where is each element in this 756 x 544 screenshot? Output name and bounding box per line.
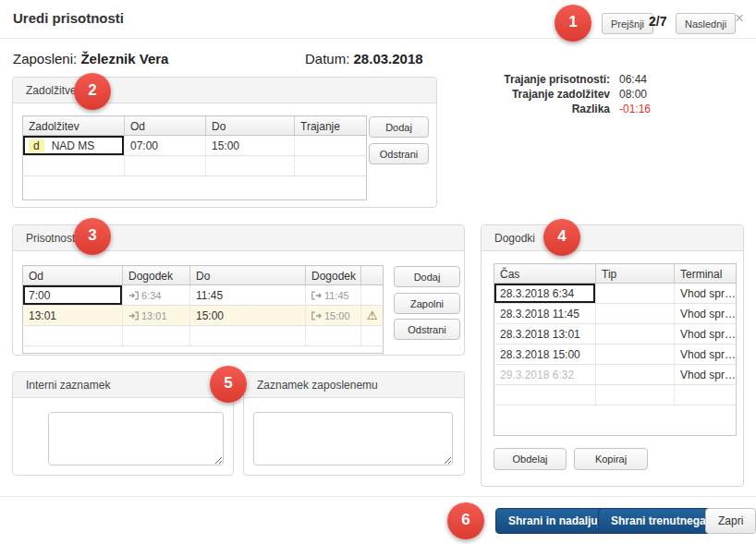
empty-cell[interactable]	[361, 326, 384, 346]
event-terminal-cell[interactable]: Vhod spr…	[675, 324, 737, 345]
col-tip: Tip	[596, 264, 675, 284]
table-row: 28.3.2018 15:00 Vhod spr…	[494, 345, 737, 365]
event-time-cell[interactable]: 28.3.2018 13:01	[494, 324, 596, 345]
presences-remove-button[interactable]: Odstrani	[394, 319, 460, 340]
record-counter: 2/7	[649, 14, 666, 29]
out-event-time: 11:45	[324, 290, 349, 301]
page-title: Uredi prisotnosti	[13, 10, 124, 26]
footer-divider	[0, 496, 756, 497]
col-do: Do	[190, 266, 306, 285]
table-row: 7:00 6:34 11:45 11:45	[23, 285, 384, 306]
assignment-duration-label: Trajanje zadolžitev	[481, 87, 610, 102]
presence-out-event-cell[interactable]: 15:00	[306, 306, 361, 326]
event-terminal-cell[interactable]: Vhod spr…	[675, 345, 737, 365]
assignments-remove-button[interactable]: Odstrani	[369, 143, 429, 164]
event-type-cell[interactable]	[596, 345, 675, 365]
col-od: Od	[23, 266, 123, 285]
flag-cell[interactable]	[361, 285, 384, 306]
table-spacer-row	[494, 405, 737, 436]
presence-in-event-cell[interactable]: 13:01	[123, 306, 190, 326]
previous-button[interactable]: Prejšnji	[602, 13, 653, 34]
event-terminal-cell[interactable]: Vhod spr…	[675, 365, 737, 385]
assignment-duration-cell[interactable]	[295, 136, 367, 156]
exit-icon	[311, 311, 322, 320]
assignments-header-row: Zadolžitev Od Do Trajanje	[23, 116, 367, 136]
event-terminal-cell[interactable]: Vhod spr…	[675, 304, 737, 324]
empty-cell[interactable]	[206, 156, 295, 176]
employee-note-title: Zaznamek zaposlenemu	[244, 372, 464, 398]
close-icon[interactable]: ×	[735, 10, 744, 26]
empty-cell[interactable]	[190, 326, 306, 346]
presence-from-cell[interactable]: 7:00	[23, 285, 123, 306]
close-button[interactable]: Zapri	[705, 508, 756, 534]
step-badge-5: 5	[210, 366, 247, 403]
events-process-button[interactable]: Obdelaj	[494, 448, 567, 470]
event-type-cell[interactable]	[596, 324, 675, 345]
difference-value: -01:16	[619, 102, 651, 116]
presence-out-event-cell[interactable]: 11:45	[306, 285, 361, 306]
event-type-cell[interactable]	[596, 304, 675, 324]
presences-add-button[interactable]: Dodaj	[394, 266, 460, 287]
presences-fill-button[interactable]: Zapolni	[394, 293, 460, 314]
empty-cell[interactable]	[23, 156, 125, 176]
assignment-cell[interactable]: dNAD MS	[23, 136, 125, 156]
warning-icon: ⚠	[367, 308, 378, 322]
empty-cell[interactable]	[125, 156, 206, 176]
presence-in-event-cell[interactable]: 6:34	[123, 285, 190, 306]
table-row: dNAD MS 07:00 15:00	[23, 136, 367, 156]
next-button[interactable]: Naslednji	[676, 13, 736, 34]
empty-cell[interactable]	[596, 385, 675, 405]
exit-icon	[311, 291, 322, 300]
entry-icon	[128, 291, 139, 300]
events-panel: Dogodki Čas Tip Terminal 28.3.2018 6:34 …	[481, 224, 744, 487]
table-row: 28.3.2018 13:01 Vhod spr…	[494, 324, 737, 345]
empty-cell[interactable]	[675, 385, 737, 405]
assignment-chip: d	[29, 139, 44, 152]
event-type-cell[interactable]	[596, 365, 675, 385]
event-time-cell[interactable]: 28.3.2018 11:45	[494, 304, 596, 324]
presences-header-row: Od Dogodek Do Dogodek	[23, 266, 384, 285]
col-zadolzitev: Zadolžitev	[23, 116, 125, 136]
presence-duration-value: 06:44	[619, 72, 647, 87]
internal-note-title: Interni zaznamek	[13, 372, 233, 398]
step-badge-3: 3	[74, 218, 111, 255]
employee-label: Zaposleni:	[13, 51, 77, 66]
employee-note-input[interactable]	[253, 412, 453, 465]
table-row: 28.3.2018 6:34 Vhod spr…	[494, 284, 737, 304]
assignments-add-button[interactable]: Dodaj	[369, 116, 429, 138]
events-copy-button[interactable]: Kopiraj	[574, 448, 648, 470]
step-badge-2: 2	[74, 73, 111, 110]
save-and-continue-button[interactable]: Shrani in nadaljuj	[495, 508, 614, 534]
presence-from-cell[interactable]: 13:01	[23, 306, 123, 326]
empty-cell[interactable]	[306, 326, 361, 346]
table-row-empty	[23, 326, 384, 346]
col-od: Od	[125, 116, 206, 136]
presence-to-cell[interactable]: 15:00	[190, 306, 306, 326]
internal-note-input[interactable]	[48, 412, 224, 465]
assignment-from-cell[interactable]: 07:00	[125, 136, 206, 156]
event-type-cell[interactable]	[596, 284, 675, 304]
events-header-row: Čas Tip Terminal	[494, 264, 737, 284]
flag-cell[interactable]: ⚠	[361, 306, 384, 326]
assignment-to-cell[interactable]: 15:00	[206, 136, 295, 156]
step-badge-4: 4	[543, 219, 580, 256]
table-spacer-row	[23, 176, 367, 200]
save-current-button[interactable]: Shrani trenutnega	[598, 508, 719, 534]
step-badge-1: 1	[555, 5, 591, 42]
empty-cell[interactable]	[494, 385, 596, 405]
empty-cell[interactable]	[123, 326, 190, 346]
date-label: Datum:	[305, 51, 349, 66]
empty-cell[interactable]	[23, 326, 123, 346]
event-time-cell[interactable]: 28.3.2018 15:00	[494, 345, 596, 365]
empty-cell[interactable]	[295, 156, 367, 176]
presence-to-cell[interactable]: 11:45	[190, 285, 306, 306]
in-event-time: 6:34	[141, 290, 161, 301]
col-do: Do	[206, 116, 295, 136]
in-event-time: 13:01	[141, 310, 167, 321]
date-info: Datum: 28.03.2018	[305, 51, 423, 66]
event-time-cell[interactable]: 28.3.2018 6:34	[494, 284, 596, 304]
table-row-muted: 29.3.2018 6:32 Vhod spr…	[494, 365, 737, 385]
event-terminal-cell[interactable]: Vhod spr…	[675, 284, 737, 304]
event-time-cell[interactable]: 29.3.2018 6:32	[494, 365, 596, 385]
col-dogodek-in: Dogodek	[123, 266, 190, 285]
